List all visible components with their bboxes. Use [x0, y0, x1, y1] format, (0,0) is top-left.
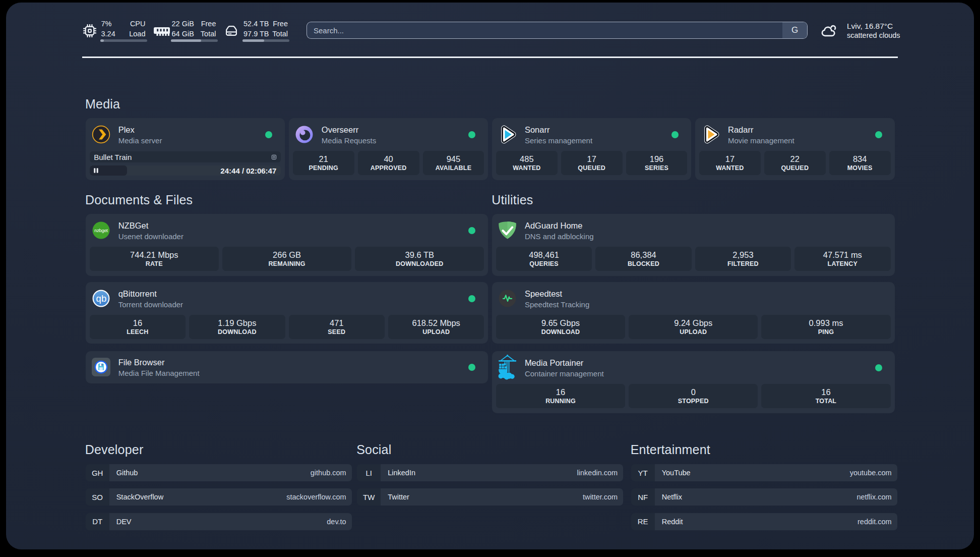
svg-text:qb: qb [96, 293, 106, 303]
svg-text:nzbget: nzbget [94, 228, 108, 233]
